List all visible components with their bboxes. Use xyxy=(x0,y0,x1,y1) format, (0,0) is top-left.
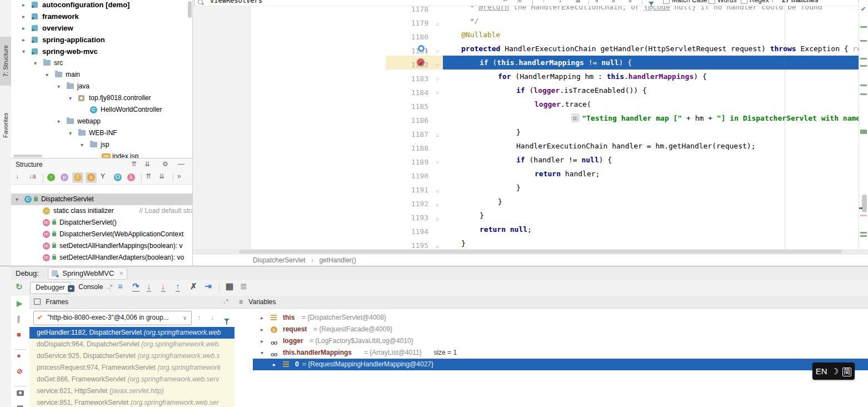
expand-all-icon[interactable]: ⇈ xyxy=(131,160,137,168)
project-tree-item[interactable]: ▾src xyxy=(11,57,193,69)
code-line[interactable]: 1195▵} xyxy=(386,236,868,250)
rerun-icon[interactable]: ↻ xyxy=(16,282,23,292)
frame-row[interactable]: getHandler:1182, DispatcherServlet (org.… xyxy=(29,327,235,339)
force-step-into-icon[interactable]: ↓ xyxy=(161,281,166,292)
variable-row[interactable]: ▸prequest= {RequestFacade@4009} xyxy=(253,324,868,335)
in-literals-icon[interactable]: Ⅱ xyxy=(628,0,632,4)
resume-icon[interactable]: ▶ xyxy=(17,299,22,307)
filter-icon[interactable] xyxy=(648,2,654,5)
project-tree-item[interactable]: ▾spring-web-mvc xyxy=(11,46,193,57)
newline-icon[interactable]: ↵ xyxy=(503,0,508,4)
search-input[interactable]: viewResolvers ↵ ⊗ xyxy=(194,0,533,6)
frame-row[interactable]: service:621, HttpServlet (javax.servlet.… xyxy=(29,385,235,397)
words-checkbox[interactable] xyxy=(709,0,715,4)
debug-session-tab[interactable]: SpringWebMVC × xyxy=(48,267,127,280)
match-case-checkbox[interactable] xyxy=(663,0,670,4)
expand-all-icon[interactable]: ⇈ xyxy=(146,172,151,180)
project-tree-item[interactable]: ▾java xyxy=(11,81,193,92)
structure-tree-item[interactable]: msetDetectAllHandlerAdapters(boolean): v… xyxy=(11,252,193,264)
code-line[interactable]: 1188HandlerExecutionChain handler = hm.g… xyxy=(386,139,868,153)
tab-console[interactable]: ▸ Console →* xyxy=(64,282,116,293)
match-case-label[interactable]: Match Case xyxy=(672,0,707,4)
sidebar-item-structure[interactable]: 7: Structure xyxy=(0,37,11,86)
regex-label[interactable]: Regex xyxy=(750,0,769,4)
show-properties-icon[interactable]: p xyxy=(61,173,68,181)
project-tree-item[interactable]: ▸spring-application xyxy=(11,34,193,46)
show-non-public-icon[interactable]: a xyxy=(87,173,95,181)
frame-row[interactable]: doService:925, DispatcherServlet (org.sp… xyxy=(29,350,235,362)
regex-help-icon[interactable]: ? xyxy=(771,0,775,4)
chevron-right-icon[interactable]: ▸ xyxy=(261,324,263,335)
chevron-down-icon[interactable]: ▾ xyxy=(34,57,41,69)
project-tree-item[interactable]: ▸framework xyxy=(11,11,193,22)
collapse-all-icon[interactable]: ⇊ xyxy=(144,160,150,168)
chevron-right-icon[interactable]: ▸ xyxy=(22,34,29,46)
hamburger-icon[interactable]: ≡ xyxy=(239,298,243,306)
chevron-down-icon[interactable]: ▾ xyxy=(16,193,22,205)
hide-panel-icon[interactable]: — xyxy=(178,160,184,168)
editor-horizontal-scrollbar[interactable] xyxy=(193,249,868,254)
code-line[interactable]: 1183▿for (HandlerMapping hm : this.handl… xyxy=(386,70,868,83)
project-tree-item[interactable]: ▾jsp xyxy=(11,139,193,151)
frame-row[interactable]: doGet:866, FrameworkServlet (org.springf… xyxy=(29,374,235,385)
find-all-icon[interactable]: ≣ xyxy=(575,0,581,4)
thread-view-icon[interactable]: ▤ xyxy=(17,404,23,407)
code-line[interactable]: 1194return null; xyxy=(386,222,868,236)
chevron-right-icon[interactable]: ▸ xyxy=(261,312,263,324)
regex-checkbox[interactable] xyxy=(741,0,747,4)
code-line[interactable]: 1189▿if (handler != null) { xyxy=(386,153,868,167)
clear-search-icon[interactable]: ⊗ xyxy=(517,0,522,4)
in-comments-icon[interactable]: Ⅱ xyxy=(612,0,615,4)
frame-up-icon[interactable]: ↑ xyxy=(197,313,201,322)
chevron-right-icon[interactable]: ▸ xyxy=(22,0,29,11)
structure-tree-item[interactable]: =static class initializer// Load default… xyxy=(11,205,193,217)
evaluate-expression-icon[interactable]: ▦ xyxy=(226,281,233,291)
structure-tree-item[interactable]: mDispatcherServlet(WebApplicationContext xyxy=(11,229,193,240)
code-line[interactable]: 1180@Nullable xyxy=(386,28,868,42)
chevron-down-icon[interactable]: ▾ xyxy=(46,69,52,81)
chevron-right-icon[interactable]: ▸ xyxy=(22,22,29,34)
code-line[interactable]: 1179▵ */ xyxy=(386,14,868,28)
variable-row[interactable]: ▸oologger= {LogFactory$JavaUtilLog@4010} xyxy=(253,335,868,347)
error-stripe[interactable]: ✔ xyxy=(859,0,868,249)
breadcrumb-method[interactable]: getHandler() xyxy=(319,256,356,264)
chevron-down-icon[interactable]: ▾ xyxy=(261,347,263,359)
frame-row[interactable]: service:851, FrameworkServlet (org.sprin… xyxy=(29,397,235,407)
variable-row[interactable]: ▸0= {RequestMappingHandlerMapping@4027} xyxy=(253,359,868,370)
frame-down-icon[interactable]: ↓ xyxy=(211,313,214,322)
frames-pin-icon[interactable]: →* xyxy=(221,296,228,308)
merge-icon[interactable]: Y xyxy=(101,172,105,180)
show-inherited-icon[interactable]: ↑ xyxy=(47,173,55,181)
breadcrumb-class[interactable]: DispatcherServlet xyxy=(253,256,306,264)
chevron-down-icon[interactable]: ▾ xyxy=(69,127,76,139)
thread-selector[interactable]: ✔ "http-bio-8080-exec-3"@4,006 in group.… xyxy=(33,311,192,325)
variable-row[interactable]: ▸this= {DispatcherServlet@4008} xyxy=(253,312,868,324)
sort-by-visibility-icon[interactable]: ↓ xyxy=(16,172,19,180)
code-line[interactable]: 1185logger.trace( xyxy=(386,97,868,111)
variable-row[interactable]: ▾oothis.handlerMappings= {ArrayList@4011… xyxy=(253,347,868,359)
chevron-down-icon[interactable]: ▾ xyxy=(57,116,64,127)
show-execution-point-icon[interactable]: ≡ xyxy=(118,281,123,291)
run-to-cursor-icon[interactable]: ⇥ xyxy=(204,281,212,291)
stop-icon[interactable]: ■ xyxy=(17,330,21,339)
debug-session-name[interactable]: SpringWebMVC xyxy=(62,269,114,277)
project-tree-item[interactable]: ▸autoconfiguration [demo] xyxy=(11,0,193,11)
chevron-right-icon[interactable]: ▸ xyxy=(261,335,263,347)
project-vertical-scrollbar[interactable] xyxy=(188,1,192,18)
code-line[interactable]: 1190return handler; xyxy=(386,167,868,181)
show-objects-icon[interactable]: O xyxy=(114,173,122,181)
code-line[interactable]: 1187▵} xyxy=(386,125,868,139)
project-horizontal-scrollbar[interactable] xyxy=(13,155,42,157)
sidebar-item-favorites[interactable]: Favorites xyxy=(0,98,11,142)
step-into-icon[interactable]: ↓ xyxy=(147,281,151,292)
project-tree-item[interactable]: ▸overview xyxy=(11,22,193,34)
step-out-icon[interactable]: ↑ xyxy=(176,281,180,292)
execution-point-icon[interactable] xyxy=(418,45,425,52)
code-line[interactable]: 1181▿↓protected HandlerExecutionChain ge… xyxy=(386,42,868,56)
frame-row[interactable]: processRequest:974, FrameworkServlet (or… xyxy=(29,362,235,374)
code-line[interactable]: 1191▵} xyxy=(386,181,868,195)
chevron-down-icon[interactable]: ▾ xyxy=(57,81,64,92)
words-label[interactable]: Words xyxy=(717,0,736,4)
drop-frame-icon[interactable]: ✗ xyxy=(190,281,197,291)
editor-hscroll-thumb[interactable] xyxy=(239,250,842,254)
